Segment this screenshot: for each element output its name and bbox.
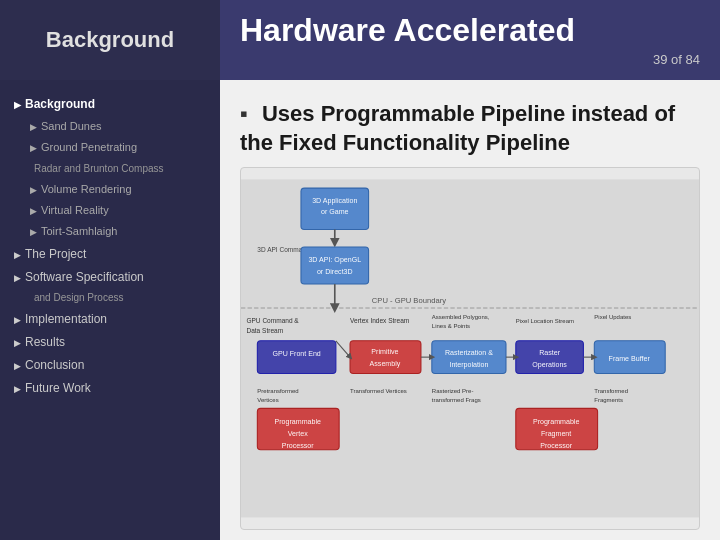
nav-arrow-icon: ▶ (14, 361, 21, 371)
svg-text:Processor: Processor (282, 442, 315, 450)
sidebar-item-label: Ground Penetrating (41, 141, 137, 153)
sidebar-item-results[interactable]: ▶Results (10, 333, 210, 352)
nav-arrow-icon: ▶ (14, 100, 21, 110)
svg-rect-16 (350, 341, 421, 374)
svg-text:Lines & Points: Lines & Points (432, 323, 470, 329)
sidebar-item-the-project[interactable]: ▶The Project (10, 245, 210, 264)
sidebar-item-toirt[interactable]: ▶Toirt-Samhlaigh (10, 223, 210, 240)
svg-text:GPU Command &: GPU Command & (246, 318, 299, 325)
svg-text:Fragment: Fragment (541, 430, 571, 438)
svg-text:Programmable: Programmable (533, 418, 579, 426)
sidebar-item-label: and Design Process (34, 292, 124, 303)
svg-text:Fragments: Fragments (594, 397, 623, 403)
svg-text:3D Application: 3D Application (312, 198, 357, 206)
slide: Background Hardware Accelerated 39 of 84… (0, 0, 720, 540)
svg-text:Operations: Operations (532, 361, 567, 369)
svg-text:Data Stream: Data Stream (246, 327, 283, 334)
header-left: Background (0, 0, 220, 80)
header-left-title: Background (46, 27, 174, 53)
bullet-icon: ▪ (240, 101, 248, 126)
nav-arrow-icon: ▶ (14, 384, 21, 394)
sidebar-item-design-process[interactable]: and Design Process (10, 290, 210, 306)
svg-text:Pixel Location Stream: Pixel Location Stream (516, 319, 574, 325)
svg-text:3D API: OpenGL: 3D API: OpenGL (308, 256, 361, 264)
nav-arrow-icon: ▶ (30, 227, 37, 237)
svg-text:Assembly: Assembly (370, 360, 401, 368)
bullet-content: Uses Programmable Pipeline instead of th… (240, 101, 675, 155)
slide-number: 39 of 84 (240, 52, 700, 67)
pipeline-diagram: CPU - GPU Boundary 3D Application or Gam… (240, 167, 700, 530)
svg-text:Vertices: Vertices (257, 397, 278, 403)
svg-text:or Game: or Game (321, 208, 349, 216)
sidebar-item-label: Results (25, 335, 65, 349)
sidebar-item-label: Conclusion (25, 358, 84, 372)
sidebar-item-label: Toirt-Samhlaigh (41, 225, 117, 237)
diagram-svg: CPU - GPU Boundary 3D Application or Gam… (241, 168, 699, 529)
nav-arrow-icon: ▶ (30, 185, 37, 195)
sidebar-item-volume-rendering[interactable]: ▶Volume Rendering (10, 181, 210, 198)
sidebar-item-label: Volume Rendering (41, 183, 132, 195)
slide-title: Hardware Accelerated (240, 13, 700, 48)
svg-text:Pixel Updates: Pixel Updates (594, 314, 631, 320)
sidebar-item-radar[interactable]: Radar and Brunton Compass (10, 161, 210, 177)
svg-text:Vertex Index Stream: Vertex Index Stream (350, 318, 410, 325)
svg-text:Processor: Processor (540, 442, 573, 450)
sidebar-item-label: Future Work (25, 381, 91, 395)
sidebar-item-label: Radar and Brunton Compass (34, 163, 164, 174)
sidebar-item-virtual-reality[interactable]: ▶Virtual Reality (10, 202, 210, 219)
svg-text:Programmable: Programmable (274, 418, 320, 426)
nav-arrow-icon: ▶ (14, 338, 21, 348)
sidebar-item-conclusion[interactable]: ▶Conclusion (10, 356, 210, 375)
sidebar-item-label: Implementation (25, 312, 107, 326)
svg-text:Pretransformed: Pretransformed (257, 388, 298, 394)
svg-text:Rasterized Pre-: Rasterized Pre- (432, 388, 474, 394)
nav-arrow-icon: ▶ (14, 315, 21, 325)
nav-arrow-icon: ▶ (30, 143, 37, 153)
sidebar-item-label: Virtual Reality (41, 204, 109, 216)
sidebar-item-future-work[interactable]: ▶Future Work (10, 379, 210, 398)
body: ▶Background▶Sand Dunes▶Ground Penetratin… (0, 80, 720, 540)
svg-text:transformed Frags: transformed Frags (432, 397, 481, 403)
svg-text:CPU - GPU Boundary: CPU - GPU Boundary (372, 296, 446, 305)
sidebar-item-software-spec[interactable]: ▶Software Specification (10, 268, 210, 287)
svg-text:Assembled Polygons,: Assembled Polygons, (432, 314, 490, 320)
bullet-text: ▪ Uses Programmable Pipeline instead of … (240, 100, 700, 157)
sidebar-item-label: The Project (25, 247, 86, 261)
sidebar-item-ground-penetrating[interactable]: ▶Ground Penetrating (10, 139, 210, 156)
svg-text:Vertex: Vertex (288, 430, 309, 438)
sidebar-item-implementation[interactable]: ▶Implementation (10, 310, 210, 329)
nav-arrow-icon: ▶ (30, 122, 37, 132)
svg-text:Frame Buffer: Frame Buffer (609, 356, 651, 364)
header-right: Hardware Accelerated 39 of 84 (220, 0, 720, 80)
nav-arrow-icon: ▶ (14, 273, 21, 283)
sidebar-item-sand-dunes[interactable]: ▶Sand Dunes (10, 118, 210, 135)
sidebar: ▶Background▶Sand Dunes▶Ground Penetratin… (0, 80, 220, 540)
svg-text:Raster: Raster (539, 349, 560, 357)
svg-text:Primitive: Primitive (371, 348, 398, 356)
nav-arrow-icon: ▶ (14, 250, 21, 260)
svg-text:Interpolation: Interpolation (449, 361, 488, 369)
sidebar-item-label: Software Specification (25, 270, 144, 284)
svg-text:or Direct3D: or Direct3D (317, 268, 353, 276)
sidebar-item-background[interactable]: ▶Background (10, 95, 210, 114)
svg-text:Transformed Vertices: Transformed Vertices (350, 388, 407, 394)
sidebar-item-label: Sand Dunes (41, 120, 102, 132)
nav-arrow-icon: ▶ (30, 206, 37, 216)
sidebar-item-label: Background (25, 97, 95, 111)
svg-text:GPU Front End: GPU Front End (272, 350, 320, 358)
svg-text:Rasterization &: Rasterization & (445, 349, 493, 357)
main-content: ▪ Uses Programmable Pipeline instead of … (220, 80, 720, 540)
header: Background Hardware Accelerated 39 of 84 (0, 0, 720, 80)
svg-rect-8 (301, 247, 369, 284)
svg-text:Transformed: Transformed (594, 388, 628, 394)
